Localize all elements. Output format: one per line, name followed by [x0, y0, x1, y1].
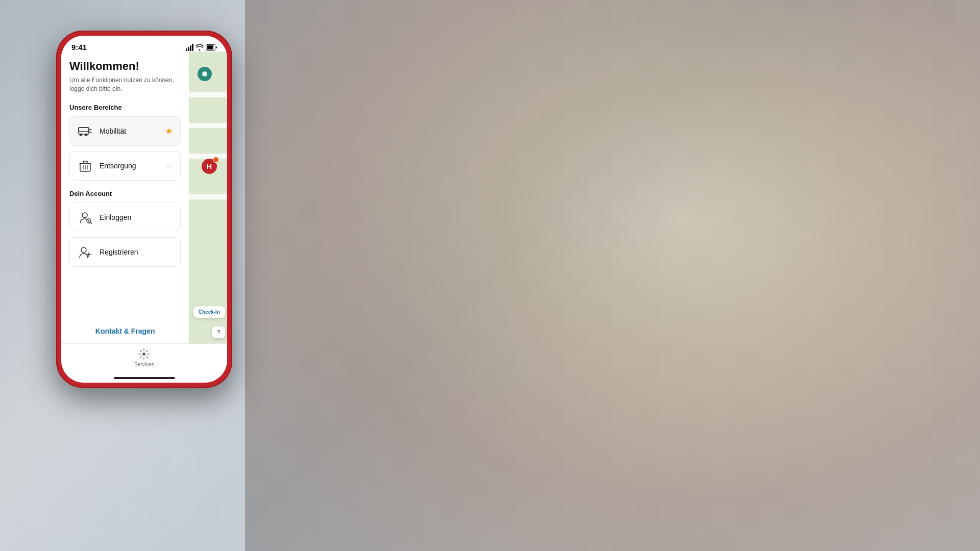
person-search-icon [77, 209, 93, 226]
phone-frame: 9:41 [56, 31, 232, 388]
svg-rect-11 [79, 128, 89, 132]
mobilitaet-star[interactable]: ★ [165, 126, 173, 137]
phone-content: 4 H [61, 52, 227, 343]
registrieren-label: Registrieren [100, 248, 173, 256]
phone-device: 9:41 [56, 31, 232, 388]
home-bar [114, 377, 175, 379]
menu-item-registrieren[interactable]: Registrieren [69, 237, 181, 267]
einloggen-label: Einloggen [100, 213, 173, 221]
account-section-label: Dein Account [69, 190, 181, 197]
signal-icon [186, 44, 193, 51]
svg-point-25 [82, 213, 87, 218]
bereiche-section-label: Unsere Bereiche [69, 104, 181, 111]
svg-rect-10 [79, 128, 89, 134]
status-time: 9:41 [71, 43, 87, 52]
map-popup: ? [212, 327, 225, 338]
welcome-title: Willkommen! [69, 60, 181, 73]
svg-point-12 [80, 133, 82, 136]
bottom-nav: Services [61, 343, 227, 373]
bus-icon [77, 123, 93, 139]
menu-item-mobilitaet[interactable]: Mobilität ★ [69, 116, 181, 146]
services-icon [138, 348, 150, 360]
svg-rect-1 [207, 45, 213, 49]
mobilitaet-label: Mobilität [100, 127, 165, 135]
svg-line-27 [90, 222, 92, 224]
battery-icon [206, 44, 217, 51]
side-drawer: × Willkommen! Um alle Funktionen nutzen … [61, 52, 189, 343]
background-person [245, 0, 980, 551]
wifi-icon [195, 44, 204, 51]
contact-link[interactable]: Kontakt & Fragen [69, 317, 181, 335]
map-popup-text: ? [217, 330, 220, 335]
map-pin-hospital[interactable]: H [202, 159, 217, 174]
svg-point-3 [202, 71, 207, 77]
menu-item-einloggen[interactable]: Einloggen [69, 203, 181, 232]
status-bar: 9:41 [61, 36, 227, 52]
svg-rect-21 [83, 161, 87, 163]
checkin-label: Check-In [199, 309, 220, 315]
entsorgung-star[interactable]: ☆ [165, 160, 173, 171]
phone-screen: 9:41 [61, 36, 227, 383]
status-icons [186, 44, 217, 51]
nav-item-services[interactable]: Services [134, 348, 154, 367]
checkin-button[interactable]: Check-In [193, 306, 225, 318]
trash-icon [77, 158, 93, 174]
menu-item-entsorgung[interactable]: Entsorgung ☆ [69, 151, 181, 181]
account-section: Dein Account Einlog [69, 190, 181, 272]
home-indicator [61, 373, 227, 383]
svg-point-28 [81, 247, 86, 253]
svg-point-13 [85, 133, 88, 136]
entsorgung-label: Entsorgung [100, 162, 165, 170]
map-pin-2[interactable] [198, 67, 212, 81]
person-add-icon [77, 244, 93, 260]
welcome-subtitle: Um alle Funktionen nutzen zu können, log… [69, 76, 181, 93]
nav-services-label: Services [134, 362, 154, 367]
svg-point-31 [142, 353, 145, 356]
